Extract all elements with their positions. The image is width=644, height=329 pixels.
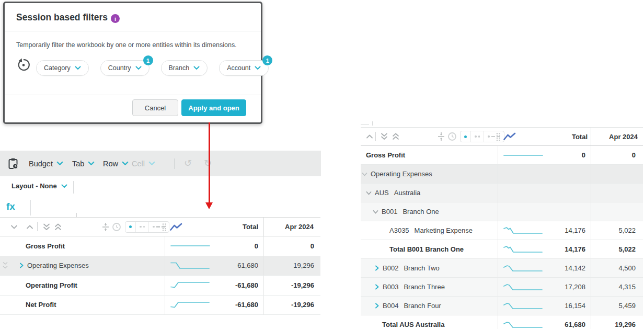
- segment-dot[interactable]: [125, 222, 136, 232]
- table-row-b004-branch-four[interactable]: B004Branch Four16,1545,459: [361, 297, 643, 315]
- double-chevron-up-icon[interactable]: [392, 133, 399, 141]
- toolbar-menu-row[interactable]: Row: [103, 151, 129, 176]
- chevron-right-icon[interactable]: [19, 263, 24, 268]
- apr-2024-cell[interactable]: -19,296: [263, 296, 320, 315]
- row-label-cell[interactable]: B001Branch One: [361, 202, 498, 221]
- filter-chip-account[interactable]: Account1: [219, 60, 269, 76]
- column-header-total[interactable]: Total: [572, 128, 588, 145]
- table-row-b001-branch-one[interactable]: B001Branch One: [361, 202, 643, 221]
- table-row-b003-branch-three[interactable]: B003Branch Three17,2084,315: [361, 278, 643, 297]
- row-label-cell[interactable]: Total B001 Branch One: [361, 240, 498, 258]
- cancel-button[interactable]: Cancel: [132, 99, 178, 116]
- apr-2024-cell[interactable]: 4,500: [591, 259, 643, 277]
- apr-2024-cell[interactable]: 0: [263, 236, 320, 256]
- layout-selector[interactable]: Layout - None: [12, 182, 67, 190]
- column-header-apr-2024[interactable]: Apr 2024: [285, 218, 314, 236]
- apr-2024-cell[interactable]: 5,022: [591, 240, 643, 258]
- table-row-aus-australia[interactable]: AUSAustralia: [361, 184, 643, 202]
- drag-handle-icon[interactable]: [162, 223, 167, 231]
- double-chevron-down-icon[interactable]: [43, 223, 50, 231]
- total-cell[interactable]: [498, 202, 591, 221]
- collapse-rows-icon[interactable]: [101, 222, 110, 232]
- row-label-cell[interactable]: B003Branch Three: [361, 278, 498, 296]
- clipboard-clock-icon[interactable]: [8, 158, 18, 169]
- sparkline-toggle-icon[interactable]: [169, 222, 183, 231]
- apr-2024-cell[interactable]: 0: [591, 146, 643, 164]
- double-chevron-down-icon[interactable]: [381, 133, 388, 141]
- chevron-down-icon[interactable]: [366, 190, 372, 196]
- table-row-total-aus-australia[interactable]: Total AUS Australia61,68019,296: [361, 315, 643, 329]
- row-label-cell[interactable]: Gross Profit: [361, 146, 498, 164]
- total-cell[interactable]: [498, 165, 591, 183]
- table-row-a3035-marketing-expense[interactable]: A3035Marketing Expense14,1765,022: [361, 221, 643, 240]
- total-cell[interactable]: 14,176: [498, 240, 591, 258]
- total-cell[interactable]: -61,680: [165, 296, 263, 315]
- table-row-operating-profit[interactable]: Operating Profit-61,680-19,296: [0, 276, 320, 296]
- apr-2024-cell[interactable]: 19,296: [263, 256, 320, 276]
- filter-chip-country[interactable]: Country1: [100, 60, 150, 76]
- total-cell[interactable]: [498, 184, 591, 202]
- toolbar-menu-cell[interactable]: Cell: [132, 151, 155, 176]
- apply-and-open-button[interactable]: Apply and open: [181, 99, 246, 116]
- row-label-cell[interactable]: A3035Marketing Expense: [361, 221, 498, 240]
- total-cell[interactable]: 61,680: [165, 256, 263, 276]
- chevron-up-icon[interactable]: [26, 224, 33, 229]
- double-chevron-up-icon[interactable]: [54, 223, 62, 231]
- apr-2024-cell[interactable]: 19,296: [591, 315, 643, 329]
- column-header-apr-2024[interactable]: Apr 2024: [609, 128, 638, 145]
- chevron-down-icon[interactable]: [10, 224, 18, 229]
- history-clock-icon[interactable]: [447, 132, 457, 141]
- table-row-operating-expenses[interactable]: Operating Expenses61,68019,296: [0, 256, 320, 276]
- row-label-cell[interactable]: Net Profit: [0, 296, 165, 315]
- row-label-cell[interactable]: B002Branch Two: [361, 259, 498, 277]
- column-header-total[interactable]: Total: [243, 218, 258, 236]
- table-row-operating-expenses[interactable]: Operating Expenses: [361, 165, 643, 184]
- row-label-cell[interactable]: Total AUS Australia: [361, 315, 498, 329]
- total-cell[interactable]: -61,680: [165, 276, 263, 295]
- row-drag-handle-icon[interactable]: [2, 261, 8, 270]
- row-label-cell[interactable]: Operating Profit: [0, 276, 165, 295]
- row-label-cell[interactable]: AUSAustralia: [361, 184, 498, 202]
- table-row-gross-profit[interactable]: Gross Profit00: [361, 146, 643, 165]
- reset-history-icon[interactable]: [16, 58, 31, 72]
- apr-2024-cell[interactable]: 5,459: [591, 297, 643, 315]
- sparkline-toggle-icon[interactable]: [503, 132, 516, 141]
- total-cell[interactable]: 14,142: [498, 259, 591, 277]
- total-cell[interactable]: 0: [165, 236, 263, 256]
- apr-2024-cell[interactable]: [591, 165, 643, 183]
- table-row-b002-branch-two[interactable]: B002Branch Two14,1424,500: [361, 259, 643, 278]
- undo-icon[interactable]: ↺: [184, 156, 192, 170]
- table-row-total-b001-branch-one[interactable]: Total B001 Branch One14,1765,022: [361, 240, 643, 259]
- apr-2024-cell[interactable]: 4,315: [591, 278, 643, 296]
- table-row-gross-profit[interactable]: Gross Profit00: [0, 236, 320, 256]
- row-label-cell[interactable]: Operating Expenses: [361, 165, 498, 183]
- toolbar-menu-tab[interactable]: Tab: [72, 151, 95, 176]
- row-label-cell[interactable]: Operating Expenses: [0, 256, 165, 276]
- filter-chip-category[interactable]: Category: [36, 60, 89, 76]
- chevron-right-icon[interactable]: [374, 303, 380, 309]
- chevron-down-icon[interactable]: [373, 209, 378, 214]
- segment-dots[interactable]: [471, 131, 484, 142]
- row-label-cell[interactable]: Gross Profit: [0, 236, 165, 256]
- redo-icon[interactable]: ↻: [204, 156, 212, 170]
- table-row-net-profit[interactable]: Net Profit-61,680-19,296: [0, 296, 320, 315]
- drag-handle-icon[interactable]: [496, 132, 501, 141]
- filter-chip-branch[interactable]: Branch: [161, 60, 208, 76]
- history-clock-icon[interactable]: [112, 222, 121, 232]
- apr-2024-cell[interactable]: [591, 202, 643, 221]
- chevron-right-icon[interactable]: [374, 284, 380, 290]
- row-label-cell[interactable]: B004Branch Four: [361, 297, 498, 315]
- info-icon[interactable]: i: [111, 14, 120, 23]
- chevron-right-icon[interactable]: [374, 265, 380, 271]
- chevron-down-icon[interactable]: [362, 172, 367, 177]
- segment-dots[interactable]: [136, 222, 149, 232]
- total-cell[interactable]: 0: [498, 146, 591, 164]
- apr-2024-cell[interactable]: 5,022: [591, 221, 643, 240]
- apr-2024-cell[interactable]: -19,296: [263, 276, 320, 295]
- segment-dot[interactable]: [461, 131, 471, 142]
- apr-2024-cell[interactable]: [591, 184, 643, 202]
- total-cell[interactable]: 16,154: [498, 297, 591, 315]
- toolbar-menu-budget[interactable]: Budget: [29, 151, 63, 176]
- collapse-rows-icon[interactable]: [437, 132, 445, 141]
- total-cell[interactable]: 14,176: [498, 221, 591, 240]
